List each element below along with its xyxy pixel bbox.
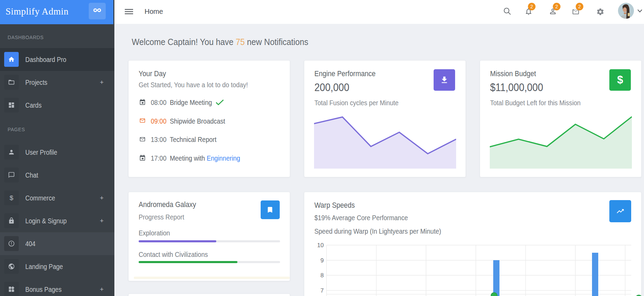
svg-text:7: 7 <box>321 287 324 294</box>
svg-text:8: 8 <box>321 272 324 279</box>
svg-text:10: 10 <box>317 242 324 249</box>
svg-text:9: 9 <box>321 257 324 264</box>
